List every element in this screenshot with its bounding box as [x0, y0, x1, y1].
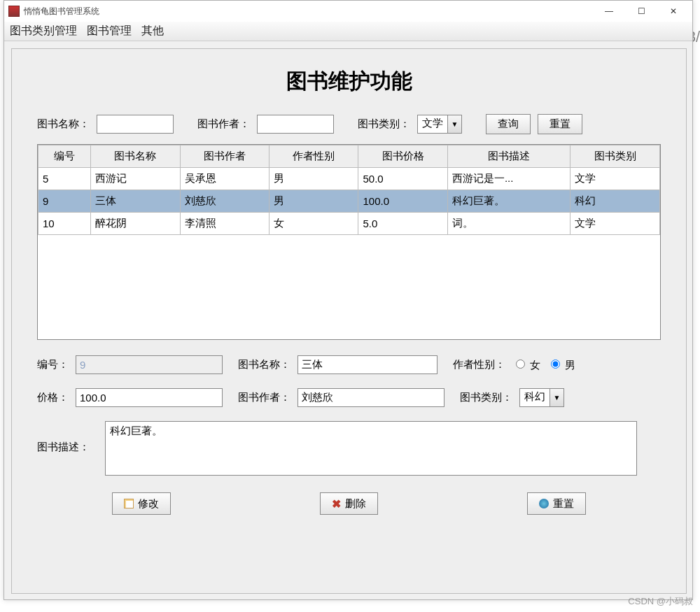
- th-cat[interactable]: 图书类别: [570, 145, 660, 168]
- minimize-button[interactable]: —: [593, 1, 625, 22]
- delete-button[interactable]: ✖ 删除: [320, 492, 378, 515]
- content-panel: 图书维护功能 图书名称： 图书作者： 图书类别： 文学 ▼ 查询 重置 编号 图…: [11, 48, 687, 594]
- edit-icon: [124, 499, 134, 508]
- name-label: 图书名称：: [238, 358, 290, 371]
- price-label: 价格：: [37, 391, 69, 404]
- search-name-input[interactable]: [97, 115, 174, 134]
- maximize-button[interactable]: ☐: [625, 1, 657, 22]
- menu-book[interactable]: 图书管理: [87, 24, 132, 38]
- menubar: 图书类别管理 图书管理 其他: [4, 22, 692, 41]
- author-label: 图书作者：: [238, 391, 290, 404]
- titlebar: 惰惰龟图书管理系统 — ☐ ✕: [4, 1, 692, 22]
- search-cat-label: 图书类别：: [358, 118, 410, 131]
- action-row: 修改 ✖ 删除 重置: [37, 492, 661, 515]
- author-field[interactable]: [298, 388, 444, 407]
- form-row-3: 图书描述：: [37, 421, 661, 476]
- menu-category[interactable]: 图书类别管理: [10, 24, 77, 38]
- form-row-1: 编号： 图书名称： 作者性别： 女 男: [37, 355, 661, 374]
- search-cat-select[interactable]: 文学 ▼: [417, 115, 462, 134]
- page-title: 图书维护功能: [37, 67, 661, 96]
- chevron-down-icon: ▼: [550, 388, 564, 407]
- cat-select[interactable]: 科幻 ▼: [519, 388, 564, 407]
- th-price[interactable]: 图书价格: [358, 145, 447, 168]
- gender-female-radio[interactable]: 女: [512, 357, 540, 372]
- form-row-2: 价格： 图书作者： 图书类别： 科幻 ▼: [37, 388, 661, 407]
- cat-value: 科幻: [519, 388, 550, 407]
- results-table: 编号 图书名称 图书作者 作者性别 图书价格 图书描述 图书类别 5西游记吴承恩…: [38, 145, 660, 235]
- app-window: 惰惰龟图书管理系统 — ☐ ✕ 图书类别管理 图书管理 其他 图书维护功能 图书…: [4, 0, 693, 600]
- desc-field[interactable]: [105, 421, 637, 476]
- id-label: 编号：: [37, 358, 69, 371]
- query-button[interactable]: 查询: [486, 114, 531, 134]
- table-header-row: 编号 图书名称 图书作者 作者性别 图书价格 图书描述 图书类别: [38, 145, 660, 168]
- th-author[interactable]: 图书作者: [180, 145, 269, 168]
- name-field[interactable]: [298, 355, 438, 374]
- search-name-label: 图书名称：: [37, 118, 90, 131]
- results-table-wrap: 编号 图书名称 图书作者 作者性别 图书价格 图书描述 图书类别 5西游记吴承恩…: [37, 144, 661, 340]
- table-row[interactable]: 5西游记吴承恩男50.0西游记是一...文学: [38, 168, 660, 190]
- chevron-down-icon: ▼: [448, 115, 462, 134]
- reset-icon: [539, 499, 549, 508]
- gender-male-radio[interactable]: 男: [547, 357, 575, 372]
- window-title: 惰惰龟图书管理系统: [24, 6, 593, 17]
- delete-icon: ✖: [332, 497, 341, 511]
- th-name[interactable]: 图书名称: [91, 145, 180, 168]
- window-controls: — ☐ ✕: [593, 1, 690, 22]
- search-row: 图书名称： 图书作者： 图书类别： 文学 ▼ 查询 重置: [37, 114, 661, 134]
- search-author-label: 图书作者：: [197, 118, 250, 131]
- table-row[interactable]: 10醉花阴李清照女5.0词。文学: [38, 213, 660, 235]
- app-icon: [8, 6, 20, 17]
- id-field: [76, 355, 223, 374]
- gender-label: 作者性别：: [453, 358, 505, 371]
- menu-other[interactable]: 其他: [141, 24, 164, 38]
- th-id[interactable]: 编号: [38, 145, 91, 168]
- th-desc[interactable]: 图书描述: [447, 145, 570, 168]
- watermark: CSDN @小码叔: [628, 595, 693, 608]
- cat-label: 图书类别：: [460, 391, 512, 404]
- price-field[interactable]: [76, 388, 223, 407]
- th-gender[interactable]: 作者性别: [270, 145, 358, 168]
- search-author-input[interactable]: [257, 115, 334, 134]
- reset-search-button[interactable]: 重置: [538, 114, 582, 134]
- reset-form-button[interactable]: 重置: [527, 492, 586, 515]
- desc-label: 图书描述：: [37, 441, 90, 454]
- table-row[interactable]: 9三体刘慈欣男100.0科幻巨著。科幻: [38, 190, 660, 213]
- search-cat-value: 文学: [417, 115, 448, 134]
- modify-button[interactable]: 修改: [112, 492, 171, 515]
- close-button[interactable]: ✕: [657, 1, 690, 22]
